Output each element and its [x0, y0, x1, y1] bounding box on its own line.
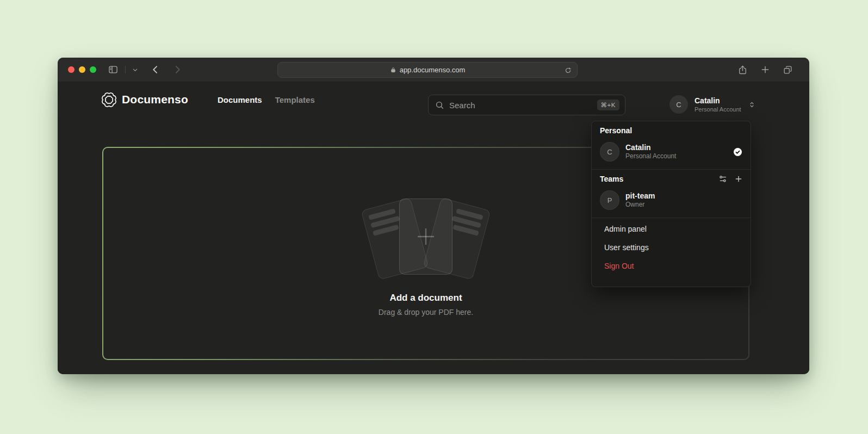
back-button[interactable]	[149, 63, 162, 76]
search-box[interactable]: ⌘+K	[428, 95, 625, 115]
personal-description: Personal Account	[625, 152, 733, 160]
browser-actions	[736, 58, 794, 82]
chevron-down-icon	[132, 67, 138, 73]
add-team-icon[interactable]	[734, 175, 743, 183]
toolbar-divider	[125, 66, 126, 73]
team-avatar: P	[600, 190, 619, 210]
search-icon	[435, 101, 444, 110]
menu-section-teams: Teams P pit-t	[592, 170, 751, 218]
url-text: app.documenso.com	[400, 66, 466, 74]
show-tabs-button[interactable]	[782, 64, 794, 76]
plus-icon	[760, 65, 770, 75]
address-bar[interactable]: app.documenso.com	[277, 62, 578, 78]
account-avatar: C	[669, 95, 688, 114]
team-role: Owner	[625, 201, 743, 209]
menu-item-admin-panel[interactable]: Admin panel	[592, 220, 751, 238]
personal-section-label: Personal	[600, 126, 743, 135]
window-minimize-button[interactable]	[79, 66, 85, 73]
chevron-right-icon	[172, 64, 183, 75]
account-menu-button[interactable]: C Catalin Personal Account	[669, 95, 756, 114]
share-icon	[737, 65, 748, 75]
menu-section-personal: Personal C Catalin Personal Account	[592, 121, 751, 169]
share-button[interactable]	[736, 64, 749, 76]
teams-section-label: Teams	[600, 175, 623, 183]
main-nav: Documents Templates	[218, 82, 315, 117]
personal-account-item[interactable]: C Catalin Personal Account	[600, 142, 743, 162]
dropzone-title: Add a document	[389, 293, 462, 303]
dropzone-subtitle: Drag & drop your PDF here.	[379, 308, 473, 317]
account-dropdown-menu: Personal C Catalin Personal Account Team…	[591, 121, 751, 287]
nav-documents[interactable]: Documents	[218, 95, 262, 104]
stacked-documents-illustration	[355, 190, 497, 283]
team-settings-icon[interactable]	[718, 175, 727, 183]
personal-name: Catalin	[625, 143, 733, 152]
sidebar-icon	[108, 64, 119, 75]
add-document-plus-icon	[413, 224, 438, 249]
tabs-overview-icon	[783, 65, 793, 75]
browser-window: app.documenso.com	[58, 58, 809, 374]
app-header: Documenso Documents Templates ⌘+K C Cata…	[58, 82, 809, 117]
menu-item-user-settings[interactable]: User settings	[592, 238, 751, 257]
chevrons-up-down-icon	[748, 101, 756, 109]
app-content: Documenso Documents Templates ⌘+K C Cata…	[58, 82, 809, 374]
documenso-logo-icon	[102, 92, 116, 107]
refresh-icon[interactable]	[564, 66, 572, 75]
account-name: Catalin	[695, 96, 745, 106]
chevron-left-icon	[150, 64, 161, 75]
browser-toolbar	[107, 58, 184, 82]
menu-section-actions: Admin panel User settings Sign Out	[592, 218, 751, 281]
account-type: Personal Account	[695, 106, 745, 113]
personal-avatar: C	[600, 142, 619, 162]
browser-chrome: app.documenso.com	[58, 58, 809, 82]
nav-templates[interactable]: Templates	[275, 95, 315, 104]
check-circle-icon	[733, 147, 743, 157]
sidebar-toggle-button[interactable]	[107, 63, 120, 76]
document-card-center	[399, 199, 452, 275]
new-tab-button[interactable]	[759, 64, 771, 76]
brand-name: Documenso	[122, 93, 188, 106]
forward-button[interactable]	[171, 63, 184, 76]
team-item[interactable]: P pit-team Owner	[600, 190, 743, 210]
traffic-lights	[68, 66, 96, 73]
brand[interactable]: Documenso	[102, 82, 188, 117]
lock-icon	[390, 66, 396, 73]
team-name: pit-team	[625, 191, 743, 201]
menu-item-sign-out[interactable]: Sign Out	[592, 257, 751, 275]
window-zoom-button[interactable]	[90, 66, 96, 73]
window-close-button[interactable]	[68, 66, 75, 73]
sidebar-menu-button[interactable]	[131, 66, 139, 74]
search-shortcut-badge: ⌘+K	[597, 100, 619, 110]
search-input[interactable]	[449, 101, 592, 110]
